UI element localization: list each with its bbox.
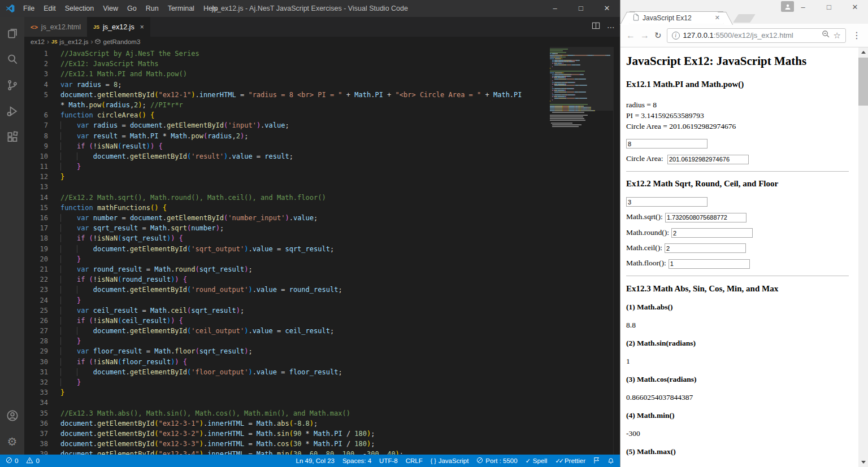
minimize-button[interactable]: – (542, 0, 568, 17)
close-button[interactable]: ✕ (842, 0, 868, 15)
menu-view[interactable]: View (98, 0, 123, 17)
code-line[interactable]: 30 if (!isNaN(floor_result)) { (24, 357, 546, 367)
forward-icon[interactable]: → (640, 31, 649, 40)
code-line[interactable]: 33} (24, 387, 546, 398)
code-line[interactable]: 8 var result = Math.PI * Math.pow(radius… (24, 131, 546, 141)
run-debug-icon[interactable] (0, 98, 24, 124)
code-line[interactable]: 36document.getElementById("ex12-3-1").in… (24, 418, 546, 429)
code-line[interactable]: 2//Ex12: JavaScript Maths (24, 59, 546, 69)
tab-close-icon[interactable]: ✕ (715, 14, 720, 21)
status-utf-8[interactable]: UTF-8 (379, 457, 398, 464)
browser-menu-icon[interactable]: ⋮ (851, 30, 862, 41)
address-bar[interactable]: i 127.0.0.1:5500/ex12/js_ex12.html ☆ (667, 28, 846, 43)
problems-errors[interactable]: 0 (6, 457, 18, 465)
maximize-button[interactable]: □ (568, 0, 594, 17)
search-icon[interactable] (0, 46, 24, 72)
output-field[interactable] (671, 228, 753, 238)
scroll-up-arrow-icon[interactable] (858, 47, 868, 57)
code-line[interactable]: 38document.getElementById("ex12-3-3").in… (24, 439, 546, 449)
code-line[interactable]: 22 if (!isNaN(round_result)) { (24, 274, 546, 285)
problems-warnings[interactable]: 0 (26, 457, 39, 465)
split-editor-icon[interactable] (592, 21, 600, 32)
back-icon[interactable]: ← (626, 31, 635, 40)
code-line[interactable]: 13 (24, 182, 546, 192)
minimap-slider[interactable] (550, 47, 613, 111)
url-text[interactable]: 127.0.0.1:5500/ex12/js_ex12.html (683, 31, 818, 40)
breadcrumb-folder[interactable]: ex12 (31, 38, 45, 45)
code-line[interactable]: 31 document.getElementById('floor_output… (24, 367, 546, 377)
code-editor[interactable]: 1//JavaScript by Aj.NesT the Series2//Ex… (24, 47, 620, 455)
tab-close-icon[interactable]: × (140, 23, 144, 31)
status-crlf[interactable]: CRLF (406, 457, 423, 464)
code-line[interactable]: 28 } (24, 336, 546, 346)
status-bell-icon[interactable] (607, 457, 614, 465)
tab-js-ex12-html[interactable]: <> js_ex12.html (24, 17, 87, 37)
editor-scrollbar[interactable] (613, 47, 620, 455)
account-icon[interactable] (0, 403, 24, 429)
code-line[interactable]: 12} (24, 172, 546, 182)
menu-run[interactable]: Run (141, 0, 163, 17)
bookmark-star-icon[interactable]: ☆ (834, 30, 841, 41)
code-line[interactable]: 24 } (24, 295, 546, 305)
scroll-down-arrow-icon[interactable] (858, 457, 868, 467)
source-control-icon[interactable] (0, 72, 24, 98)
code-line[interactable]: 16 var number = document.getElementById(… (24, 213, 546, 223)
status-port-5500[interactable]: Port : 5500 (476, 457, 517, 465)
output-field[interactable] (665, 243, 746, 253)
circle-area-output[interactable] (667, 155, 749, 164)
tab-js-ex12-js[interactable]: JS js_ex12.js × (87, 17, 150, 37)
code-line[interactable]: 18 if (!isNaN(sqrt_result)) { (24, 233, 546, 243)
code-line[interactable]: 3//Ex12.1 Math.PI and Math.pow() (24, 69, 546, 79)
code-line[interactable]: 19 document.getElementById('sqrt_output'… (24, 244, 546, 254)
code-line[interactable]: 20 } (24, 254, 546, 264)
status-prettier[interactable]: ✓✓ Prettier (555, 457, 585, 465)
code-line[interactable]: 14//Ex12.2 Math.sqrt(), Math.round(), Ma… (24, 193, 546, 203)
status-javascript[interactable]: { }JavaScript (431, 457, 469, 464)
breadcrumb[interactable]: ex12 › JS js_ex12.js › getRandom3 (24, 37, 620, 47)
status-ln-49-col-23[interactable]: Ln 49, Col 23 (296, 457, 335, 464)
menu-go[interactable]: Go (123, 0, 141, 17)
minimize-button[interactable]: – (790, 0, 816, 15)
code-line[interactable]: 26 if (!isNaN(ceil_result)) { (24, 316, 546, 326)
breadcrumb-symbol[interactable]: getRandom3 (103, 38, 140, 45)
code-line[interactable]: 21 var round_result = Math.round(sqrt_re… (24, 264, 546, 274)
code-line[interactable]: 32 } (24, 377, 546, 387)
code-line[interactable]: 10 document.getElementById('result').val… (24, 151, 546, 162)
output-field[interactable] (665, 213, 747, 222)
status-spaces-4[interactable]: Spaces: 4 (342, 457, 371, 464)
explorer-icon[interactable] (0, 20, 24, 46)
page-scrollbar[interactable] (858, 47, 868, 467)
code-line[interactable]: 35//Ex12.3 Math.abs(), Math.sin(), Math.… (24, 408, 546, 418)
code-line[interactable]: 9 if (!isNaN(result)) { (24, 141, 546, 151)
output-field[interactable] (669, 259, 750, 269)
breadcrumb-file[interactable]: js_ex12.js (59, 38, 88, 45)
code-line[interactable]: 15function mathFunctions() { (24, 203, 546, 213)
menu-terminal[interactable]: Terminal (163, 0, 199, 17)
status-spell[interactable]: ✓Spell (526, 457, 548, 465)
radius-input[interactable] (626, 139, 708, 149)
extensions-icon[interactable] (0, 124, 24, 150)
zoom-out-icon[interactable] (822, 30, 830, 41)
new-tab-button[interactable] (733, 14, 756, 23)
browser-tab[interactable]: JavaScript Ex12 ✕ (630, 11, 723, 24)
status-flag-icon[interactable] (593, 457, 600, 465)
number-input[interactable] (626, 197, 708, 207)
more-actions-icon[interactable]: ⋯ (607, 23, 615, 32)
code-line[interactable]: 39document.getElementById("ex12-3-4").in… (24, 449, 546, 455)
settings-gear-icon[interactable]: ⚙ (0, 429, 24, 455)
code-line[interactable]: 37document.getElementById("ex12-3-2").in… (24, 429, 546, 439)
code-line[interactable]: 34 (24, 398, 546, 408)
maximize-button[interactable]: □ (816, 0, 842, 15)
code-line[interactable]: 27 document.getElementById('ceil_output'… (24, 326, 546, 336)
menu-selection[interactable]: Selection (60, 0, 98, 17)
menu-file[interactable]: File (19, 0, 39, 17)
code-line[interactable]: 5document.getElementById("ex12-1").inner… (24, 90, 546, 100)
code-line[interactable]: 29 var floor_result = Math.floor(sqrt_re… (24, 346, 546, 356)
code-line[interactable]: * Math.pow(radius,2); //PI*r*r (24, 100, 546, 110)
scrollbar-thumb[interactable] (858, 58, 868, 106)
code-line[interactable]: 11 } (24, 162, 546, 172)
info-icon[interactable]: i (672, 32, 680, 40)
code-line[interactable]: 6function circleArea() { (24, 110, 546, 120)
menu-edit[interactable]: Edit (39, 0, 60, 17)
code-line[interactable]: 17 var sqrt_result = Math.sqrt(number); (24, 223, 546, 233)
